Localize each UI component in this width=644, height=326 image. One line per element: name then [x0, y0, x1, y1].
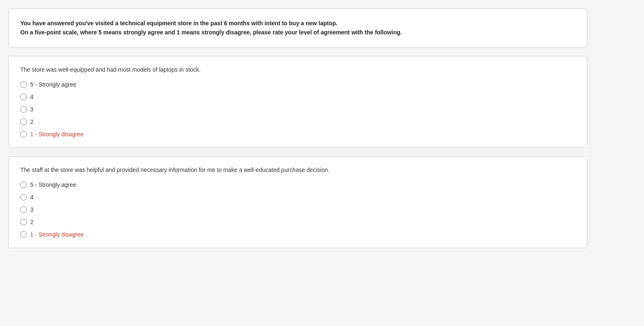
option-label-q2-1: 1 - Strongly disagree — [30, 231, 84, 238]
option-label-q1-3: 3 — [30, 106, 34, 113]
intro-card: You have answered you've visited a techn… — [8, 8, 587, 48]
question-card-1: The store was well-equipped and had most… — [8, 56, 587, 148]
list-item[interactable]: 1 - Strongly disagree — [20, 131, 575, 138]
question-card-2: The staff at the store was helpful and p… — [8, 156, 587, 248]
option-label-q2-3: 3 — [30, 206, 34, 213]
intro-line1: You have answered you've visited a techn… — [20, 19, 575, 28]
radio-q2-5[interactable] — [20, 181, 27, 188]
list-item[interactable]: 3 — [20, 206, 575, 213]
option-label-q2-4: 4 — [30, 194, 34, 200]
radio-q1-2[interactable] — [20, 118, 27, 125]
question-text-1: The store was well-equipped and had most… — [20, 66, 575, 73]
radio-q2-4[interactable] — [20, 194, 27, 200]
option-label-q2-2: 2 — [30, 219, 34, 225]
option-label-q1-5: 5 - Strongly agree — [30, 81, 76, 88]
question-text-2: The staff at the store was helpful and p… — [20, 167, 575, 173]
list-item[interactable]: 5 - Strongly agree — [20, 181, 575, 188]
radio-q1-5[interactable] — [20, 81, 27, 88]
options-list-2: 5 - Strongly agree4321 - Strongly disagr… — [20, 181, 575, 238]
list-item[interactable]: 4 — [20, 194, 575, 200]
list-item[interactable]: 2 — [20, 118, 575, 125]
option-label-q1-4: 4 — [30, 94, 34, 100]
list-item[interactable]: 5 - Strongly agree — [20, 81, 575, 88]
list-item[interactable]: 4 — [20, 94, 575, 100]
option-label-q1-1: 1 - Strongly disagree — [30, 131, 84, 138]
list-item[interactable]: 3 — [20, 106, 575, 113]
radio-q1-4[interactable] — [20, 94, 27, 100]
list-item[interactable]: 2 — [20, 219, 575, 225]
option-label-q2-5: 5 - Strongly agree — [30, 181, 76, 188]
options-list-1: 5 - Strongly agree4321 - Strongly disagr… — [20, 81, 575, 138]
list-item[interactable]: 1 - Strongly disagree — [20, 231, 575, 238]
radio-q1-1[interactable] — [20, 131, 27, 138]
radio-q2-3[interactable] — [20, 206, 27, 213]
option-label-q1-2: 2 — [30, 118, 34, 125]
radio-q2-1[interactable] — [20, 231, 27, 238]
radio-q2-2[interactable] — [20, 219, 27, 225]
intro-text: You have answered you've visited a techn… — [20, 19, 575, 37]
radio-q1-3[interactable] — [20, 106, 27, 113]
intro-line2: On a five-point scale, where 5 means str… — [20, 28, 575, 37]
